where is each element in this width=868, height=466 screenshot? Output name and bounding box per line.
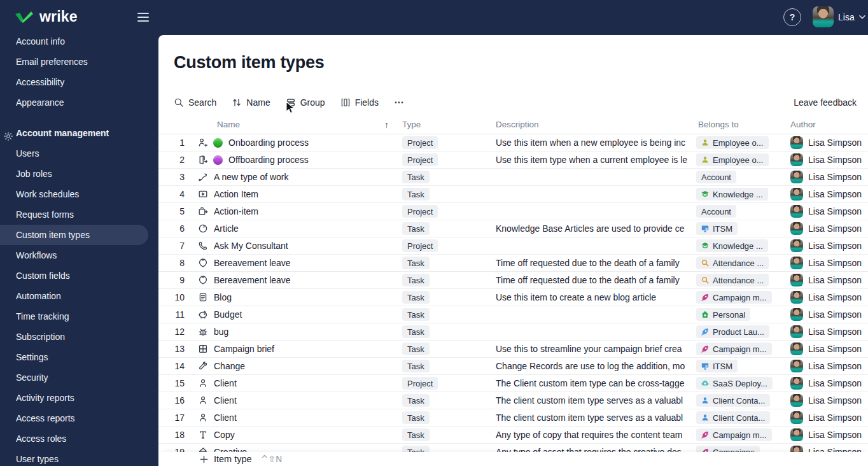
author-cell: Lisa Simpson	[790, 237, 862, 254]
toolbar-name-button[interactable]: Name	[232, 97, 270, 108]
sidebar-item-job-roles[interactable]: Job roles	[0, 164, 158, 184]
avatar	[813, 6, 834, 27]
sidebar-item-email-preferences[interactable]: Email preferences	[0, 52, 158, 72]
table-row[interactable]: 12bugTaskProduct Lau...Lisa Simpson	[158, 323, 868, 341]
item-type-cell: Task	[402, 392, 430, 409]
bug-icon	[197, 323, 209, 340]
sidebar-item-access-reports[interactable]: Access reports	[0, 408, 158, 428]
item-type-cell: Task	[402, 341, 430, 357]
table-row[interactable]: 1Onboarding processProjectUse this item …	[158, 134, 868, 152]
help-icon[interactable]: ?	[783, 8, 801, 26]
table-row[interactable]: 6ArticleTaskKnowledge Base Articles are …	[158, 220, 868, 237]
sidebar-item-users[interactable]: Users	[0, 143, 158, 164]
toolbar-label: Group	[300, 97, 325, 108]
sidebar-item-security[interactable]: Security	[0, 367, 158, 388]
type-badge: Task	[402, 428, 430, 441]
author-name: Lisa Simpson	[808, 292, 862, 302]
belongs-to-badge: Campaign m...	[696, 291, 772, 304]
sort-ascending-icon[interactable]: ↑	[384, 120, 389, 130]
type-badge: Task	[402, 411, 430, 424]
sidebar-item-custom-item-types[interactable]: Custom item types	[0, 225, 148, 245]
table-row[interactable]: 10BlogTaskUse this item to create a new …	[158, 289, 868, 306]
sidebar-item-work-schedules[interactable]: Work schedules	[0, 184, 158, 204]
table-row[interactable]: 7Ask My ConsultantProjectKnowledge ...Li…	[158, 237, 868, 255]
belongs-to-cell: SaaS Deploy...	[696, 375, 773, 392]
row-number: 9	[158, 272, 185, 288]
table-row[interactable]: 5Action-itemProjectAccountLisa Simpson	[158, 203, 868, 220]
toolbar-fields-button[interactable]: Fields	[340, 97, 379, 108]
table-row[interactable]: 14ChangeTaskChange Records are use to lo…	[158, 358, 868, 375]
belongs-to-cell: Campaign m...	[696, 427, 772, 443]
table-row[interactable]: 2Offboarding processProjectUse this item…	[158, 152, 868, 169]
sidebar-item-accessibility[interactable]: Accessibility	[0, 72, 158, 92]
table-row[interactable]: 18CopyTaskAny type of copy that requires…	[158, 427, 868, 444]
author-name: Lisa Simpson	[808, 258, 862, 268]
item-name: Bereavement leave	[214, 255, 291, 271]
sidebar-item-subscription[interactable]: Subscription	[0, 327, 158, 347]
row-number: 17	[158, 409, 185, 426]
author-name: Lisa Simpson	[808, 189, 862, 199]
leave-feedback-link[interactable]: Leave feedback	[794, 97, 857, 108]
toolbar-more-button[interactable]	[394, 97, 404, 108]
sidebar-item-settings[interactable]: Settings	[0, 347, 158, 367]
sidebar-item-label: Time tracking	[16, 311, 69, 321]
belongs-to-badge: Client Conta...	[696, 411, 770, 424]
author-name: Lisa Simpson	[808, 395, 862, 406]
table-row[interactable]: 17ClientTaskThe client custom item type …	[158, 409, 868, 427]
row-number: 12	[158, 323, 185, 340]
sidebar-item-user-types[interactable]: User types	[0, 449, 158, 466]
column-header-description[interactable]: Description	[496, 120, 539, 129]
toolbar-group-button[interactable]: Group	[286, 97, 325, 108]
sidebar-item-label: Account management	[16, 128, 109, 138]
belongs-to-badge: Account	[696, 205, 736, 218]
sidebar-item-label: Access reports	[16, 413, 75, 423]
item-type-cell: Task	[402, 289, 430, 306]
item-name: Bereavement leave	[214, 272, 291, 288]
sidebar-item-appearance[interactable]: Appearance	[0, 92, 158, 113]
column-header-author[interactable]: Author	[790, 120, 816, 129]
table-row[interactable]: 3A new type of workTaskAccountLisa Simps…	[158, 169, 868, 186]
author-name: Lisa Simpson	[808, 413, 862, 423]
add-item-type-button[interactable]: Item type	[199, 454, 252, 464]
type-badge: Project	[402, 153, 438, 166]
sidebar-item-time-tracking[interactable]: Time tracking	[0, 306, 158, 327]
item-type-cell: Task	[402, 220, 430, 237]
type-badge: Task	[402, 257, 430, 269]
table-row[interactable]: 8Bereavement leaveTaskTime off requested…	[158, 255, 868, 272]
briefcase-arrow-icon	[197, 203, 209, 220]
toolbar: SearchNameGroupFieldsLeave feedback	[174, 94, 857, 111]
sidebar-item-access-roles[interactable]: Access roles	[0, 428, 158, 449]
sidebar-item-request-forms[interactable]: Request forms	[0, 204, 158, 225]
belongs-to-badge: Campaign m...	[696, 342, 772, 355]
item-description: Use this to streamline your campaign bri…	[496, 341, 692, 357]
sidebar-item-custom-fields[interactable]: Custom fields	[0, 265, 158, 286]
sidebar-item-label: Custom item types	[16, 230, 90, 240]
user-menu[interactable]: Lisa	[813, 6, 865, 27]
table-header: Name ↑ Type Description Belongs to Autho…	[158, 117, 868, 134]
table-row[interactable]: 15ClientProjectThe Client custom item ty…	[158, 375, 868, 392]
sidebar-item-account-management[interactable]: Account management	[0, 123, 158, 143]
person-outline-icon	[197, 409, 209, 426]
column-header-name[interactable]: Name	[217, 120, 240, 129]
column-header-belongs-to[interactable]: Belongs to	[698, 120, 739, 129]
column-header-type[interactable]: Type	[402, 120, 421, 129]
type-badge: Project	[402, 239, 438, 252]
user-add-icon	[197, 134, 209, 151]
author-avatar	[790, 257, 803, 269]
sidebar-item-label: Email preferences	[16, 57, 88, 67]
table-row[interactable]: 9Bereavement leaveTaskTime off requested…	[158, 272, 868, 289]
author-avatar	[790, 325, 803, 338]
table-row[interactable]: 11BudgetTaskPersonalLisa Simpson	[158, 306, 868, 323]
item-description: The client custom item type serves as a …	[496, 409, 692, 426]
table-row[interactable]: 16ClientTaskThe client custom item type …	[158, 392, 868, 409]
sidebar-item-automation[interactable]: Automation	[0, 286, 158, 306]
sidebar-item-workflows[interactable]: Workflows	[0, 245, 158, 265]
table-row[interactable]: 4Action ItemTaskKnowledge ...Lisa Simpso…	[158, 186, 868, 203]
toolbar-search-button[interactable]: Search	[174, 97, 216, 108]
sidebar-item-activity-reports[interactable]: Activity reports	[0, 388, 158, 408]
sidebar-item-account-info[interactable]: Account info	[0, 31, 158, 52]
table-row[interactable]: 13Campaign briefTaskUse this to streamli…	[158, 341, 868, 358]
row-number: 15	[158, 375, 185, 392]
belongs-to-badge: Attendance ...	[696, 274, 769, 286]
sidebar-item-label: Job roles	[16, 169, 52, 179]
